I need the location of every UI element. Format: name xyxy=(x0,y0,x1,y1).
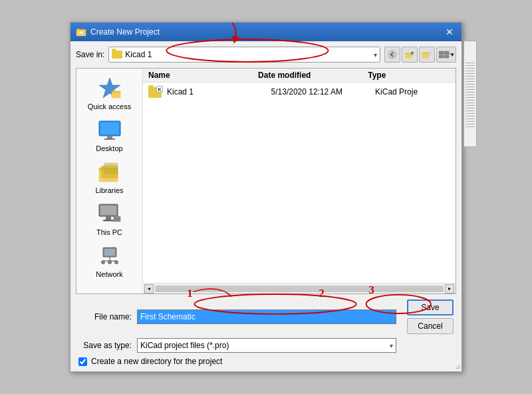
col-name-header[interactable]: Name xyxy=(148,71,258,80)
cancel-button[interactable]: Cancel xyxy=(407,318,454,334)
back-button[interactable] xyxy=(384,47,400,63)
scroll-right-arrow[interactable]: ▸ xyxy=(445,284,454,294)
sidebar-item-network[interactable]: Network xyxy=(80,242,140,281)
right-strip-pattern xyxy=(466,61,475,127)
sidebar-desktop-label: Desktop xyxy=(96,144,122,152)
file-row-date: 5/13/2020 12:12 AM xyxy=(271,87,372,97)
save-button[interactable]: Save xyxy=(407,299,454,315)
svg-rect-11 xyxy=(439,55,444,58)
sidebar: Quick access Desktop xyxy=(76,69,143,294)
scroll-track[interactable] xyxy=(155,286,444,292)
svg-rect-30 xyxy=(114,220,120,221)
dialog-body: Save in: Kicad 1 ▾ xyxy=(70,41,462,371)
svg-rect-19 xyxy=(104,138,115,140)
folder-icon-combo xyxy=(112,51,122,59)
save-in-dropdown-arrow: ▾ xyxy=(374,51,377,59)
checkbox-row: Create a new directory for the project xyxy=(78,357,454,366)
quick-access-icon xyxy=(96,77,123,100)
network-icon xyxy=(96,244,123,268)
svg-point-3 xyxy=(388,51,396,59)
save-in-combo[interactable]: Kicad 1 ▾ xyxy=(108,47,380,63)
sidebar-item-this-pc[interactable]: This PC xyxy=(80,200,140,239)
sidebar-item-quick-access[interactable]: Quick access xyxy=(80,74,140,113)
sidebar-item-libraries[interactable]: Libraries xyxy=(80,158,140,197)
svg-rect-17 xyxy=(100,122,119,134)
sidebar-network-label: Network xyxy=(96,270,122,278)
svg-point-37 xyxy=(114,261,118,264)
title-bar: Create New Project ✕ xyxy=(70,23,462,41)
desktop-icon xyxy=(96,118,123,142)
kicad-folder-icon: K xyxy=(148,86,163,98)
sidebar-this-pc-label: This PC xyxy=(96,228,122,236)
save-as-type-row: Save as type: KiCad project files (*.pro… xyxy=(78,338,454,353)
svg-rect-2 xyxy=(79,31,83,34)
file-list-header: Name Date modified Type xyxy=(143,69,456,83)
create-directory-checkbox[interactable] xyxy=(78,357,87,366)
svg-rect-25 xyxy=(100,206,116,215)
horizontal-scrollbar[interactable]: ◂ ▸ xyxy=(143,283,456,294)
svg-point-35 xyxy=(101,261,104,264)
svg-rect-10 xyxy=(444,51,449,55)
bottom-section: File name: Save Cancel Save as type: KiC… xyxy=(76,299,456,366)
svg-rect-28 xyxy=(114,216,120,222)
dialog-icon xyxy=(76,27,86,37)
save-as-type-combo[interactable]: KiCad project files (*.pro) ▾ xyxy=(137,338,396,353)
file-list-body[interactable]: K Kicad 1 5/13/2020 12:12 AM KiCad Proje xyxy=(143,83,456,283)
sidebar-quick-access-label: Quick access xyxy=(88,102,131,110)
col-date-header[interactable]: Date modified xyxy=(258,71,368,80)
svg-point-36 xyxy=(108,261,111,264)
save-in-value: Kicad 1 xyxy=(125,50,371,59)
table-row[interactable]: K Kicad 1 5/13/2020 12:12 AM KiCad Proje xyxy=(143,84,456,100)
scroll-left-arrow[interactable]: ◂ xyxy=(144,284,154,294)
svg-rect-29 xyxy=(114,218,120,219)
svg-rect-5 xyxy=(406,55,412,58)
svg-rect-27 xyxy=(103,220,114,222)
svg-rect-15 xyxy=(112,93,120,98)
file-name-label: File name: xyxy=(78,312,132,321)
dialog-title: Create New Project xyxy=(90,27,160,37)
close-button[interactable]: ✕ xyxy=(443,25,456,39)
save-as-type-dropdown-arrow: ▾ xyxy=(390,342,393,349)
col-type-header[interactable]: Type xyxy=(368,71,450,80)
new-folder-button[interactable] xyxy=(419,47,435,63)
content-area: Quick access Desktop xyxy=(76,68,456,294)
libraries-icon xyxy=(96,160,123,184)
svg-rect-9 xyxy=(439,51,444,55)
svg-rect-12 xyxy=(444,55,449,58)
right-strip-panel xyxy=(464,41,477,147)
save-in-row: Save in: Kicad 1 ▾ xyxy=(76,47,456,63)
save-in-label: Save in: xyxy=(76,50,104,59)
up-folder-button[interactable] xyxy=(402,47,418,63)
file-list: Name Date modified Type K Kicad 1 5/13 xyxy=(143,69,456,294)
file-name-input[interactable] xyxy=(137,309,396,324)
this-pc-icon xyxy=(96,202,123,226)
file-name-row: File name: Save Cancel xyxy=(78,299,454,334)
sidebar-item-desktop[interactable]: Desktop xyxy=(80,116,140,155)
file-row-name: Kicad 1 xyxy=(167,87,267,97)
title-bar-left: Create New Project xyxy=(76,27,160,37)
save-as-type-value: KiCad project files (*.pro) xyxy=(140,341,390,350)
save-as-type-label: Save as type: xyxy=(78,341,132,350)
save-cancel-buttons: Save Cancel xyxy=(407,299,454,334)
svg-rect-7 xyxy=(422,54,429,58)
create-project-dialog: Create New Project ✕ Save in: Kicad 1 ▾ xyxy=(70,22,462,372)
checkbox-label: Create a new directory for the project xyxy=(91,357,222,366)
svg-rect-18 xyxy=(107,136,112,138)
svg-rect-26 xyxy=(106,216,111,220)
view-options-button[interactable]: ▾ xyxy=(436,47,456,63)
svg-rect-23 xyxy=(104,163,118,174)
file-row-type: KiCad Proje xyxy=(375,87,450,97)
resize-grip[interactable]: ⊿ xyxy=(455,363,460,370)
sidebar-libraries-label: Libraries xyxy=(95,186,123,194)
toolbar-icons: ▾ xyxy=(384,47,456,63)
